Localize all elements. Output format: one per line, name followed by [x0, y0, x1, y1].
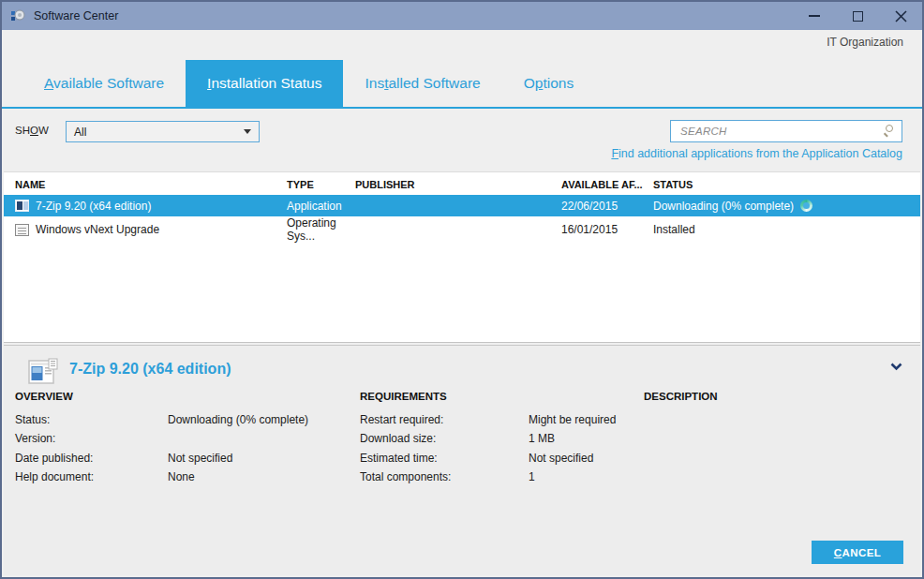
show-filter-value: All — [74, 126, 86, 139]
tab-available-software[interactable]: Available Software — [22, 60, 186, 107]
tab-bar: Available Software Installation Status I… — [2, 60, 922, 107]
row-name: 7-Zip 9.20 (x64 edition) — [36, 200, 151, 213]
field-label: Restart required: — [360, 413, 529, 426]
column-header-name[interactable]: NAME — [15, 179, 287, 190]
field-value: Not specified — [529, 452, 593, 465]
tab-options[interactable]: Options — [502, 60, 595, 107]
field-value: Not specified — [168, 452, 232, 465]
operating-system-icon — [15, 224, 29, 236]
organization-label: IT Organization — [827, 36, 903, 49]
maximize-button[interactable] — [836, 2, 879, 30]
dropdown-arrow-icon — [244, 129, 251, 134]
requirements-heading: REQUIREMENTS — [360, 391, 447, 402]
close-button[interactable] — [879, 2, 922, 30]
progress-spinner-icon — [800, 200, 812, 212]
tab-installation-status[interactable]: Installation Status — [186, 60, 343, 107]
titlebar: Software Center — [2, 2, 922, 30]
row-name: Windows vNext Upgrade — [36, 223, 159, 236]
window-title: Software Center — [34, 9, 118, 22]
requirements-section: Restart required:Might be required Downl… — [360, 410, 636, 486]
row-status: Downloading (0% complete) — [653, 200, 794, 213]
list-header-row: NAME TYPE PUBLISHER AVAILABLE AF... STAT… — [4, 174, 920, 195]
search-box — [670, 120, 902, 142]
search-input[interactable] — [670, 120, 902, 142]
show-filter-dropdown[interactable]: All — [66, 121, 260, 142]
maximize-icon — [853, 11, 863, 22]
row-type: Operating Sys... — [287, 216, 355, 243]
tab-installed-software[interactable]: Installed Software — [343, 60, 501, 107]
field-label: Estimated time: — [360, 452, 529, 465]
column-header-type[interactable]: TYPE — [287, 179, 355, 190]
software-list: NAME TYPE PUBLISHER AVAILABLE AF... STAT… — [4, 171, 920, 343]
overview-heading: OVERVIEW — [15, 391, 73, 402]
tab-underline — [2, 107, 922, 109]
application-icon-large — [28, 358, 58, 389]
software-center-window: Software Center IT Organization Availabl… — [0, 0, 924, 579]
window-controls — [793, 2, 922, 30]
row-status: Installed — [653, 223, 695, 236]
row-available-after: 16/01/2015 — [561, 223, 653, 236]
field-value: None — [168, 470, 195, 483]
close-icon — [895, 10, 907, 22]
field-value: Downloading (0% complete) — [168, 413, 308, 426]
field-label: Help document: — [15, 470, 168, 483]
minimize-icon — [809, 15, 820, 17]
field-value: 1 MB — [529, 432, 555, 445]
search-icon[interactable] — [884, 125, 896, 137]
column-header-publisher[interactable]: PUBLISHER — [355, 179, 561, 190]
field-value: 1 — [529, 470, 535, 483]
field-value: Might be required — [529, 413, 616, 426]
row-type: Application — [287, 200, 355, 213]
table-row[interactable]: 7-Zip 9.20 (x64 edition) Application 22/… — [4, 195, 920, 216]
field-label: Download size: — [360, 432, 529, 445]
row-available-after: 22/06/2015 — [561, 200, 653, 213]
field-label: Status: — [15, 413, 168, 426]
column-header-status[interactable]: STATUS — [653, 179, 920, 190]
minimize-button[interactable] — [793, 2, 836, 30]
field-label: Date published: — [15, 452, 168, 465]
column-header-available-after[interactable]: AVAILABLE AF... — [561, 179, 653, 190]
field-label: Version: — [15, 432, 168, 445]
software-center-logo-icon — [10, 8, 25, 23]
cancel-button[interactable]: CANCEL — [812, 541, 903, 564]
application-icon — [15, 200, 29, 212]
field-label: Total components: — [360, 470, 529, 483]
description-heading: DESCRIPTION — [644, 391, 718, 402]
chevron-down-icon[interactable] — [890, 358, 905, 371]
overview-section: Status:Downloading (0% complete) Version… — [15, 410, 348, 486]
table-row[interactable]: Windows vNext Upgrade Operating Sys... 1… — [4, 216, 920, 238]
detail-pane: 7-Zip 9.20 (x64 edition) OVERVIEW REQUIR… — [4, 345, 920, 575]
show-filter-label: SHOW — [15, 125, 49, 136]
detail-title: 7-Zip 9.20 (x64 edition) — [69, 361, 231, 378]
application-catalog-link[interactable]: Find additional applications from the Ap… — [611, 147, 902, 160]
